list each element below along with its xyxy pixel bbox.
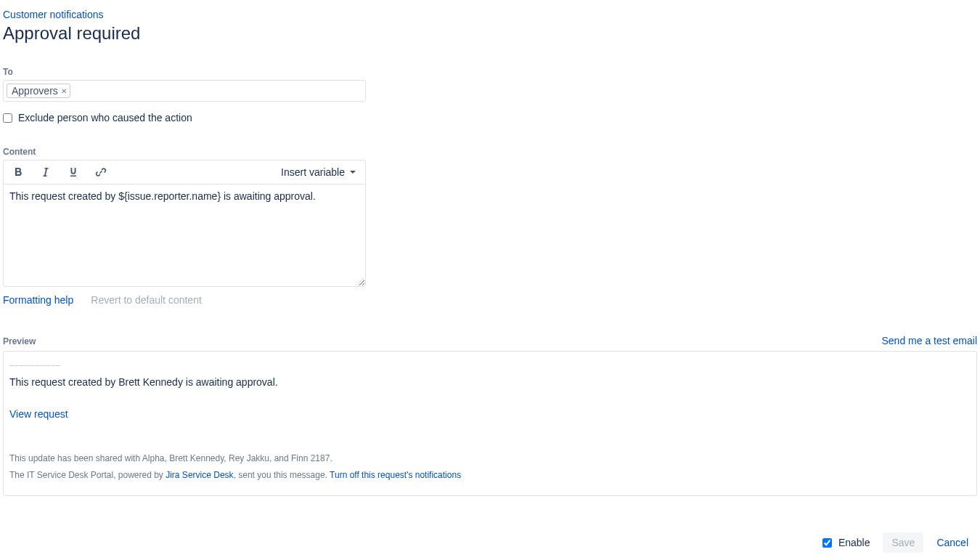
exclude-checkbox[interactable] (3, 113, 12, 123)
view-request-link[interactable]: View request (9, 408, 971, 420)
portal-suffix: , sent you this message. (234, 470, 330, 480)
jira-service-desk-link[interactable]: Jira Service Desk (166, 470, 233, 480)
remove-chip-icon[interactable]: ✕ (61, 87, 67, 95)
preview-shared-text: This update has been shared with Alpha, … (9, 450, 971, 467)
send-test-email-link[interactable]: Send me a test email (881, 335, 977, 346)
preview-divider: __________ (9, 357, 971, 366)
insert-variable-label: Insert variable (281, 166, 345, 178)
preview-box: __________ This request created by Brett… (3, 351, 977, 496)
chevron-down-icon (349, 169, 356, 176)
portal-prefix: The IT Service Desk Portal, powered by (9, 470, 166, 480)
insert-variable-dropdown[interactable]: Insert variable (281, 166, 356, 178)
preview-portal-line: The IT Service Desk Portal, powered by J… (9, 467, 971, 484)
content-label: Content (3, 147, 977, 157)
exclude-label[interactable]: Exclude person who caused the action (18, 112, 192, 123)
breadcrumb[interactable]: Customer notifications (3, 6, 977, 20)
underline-icon[interactable] (68, 166, 79, 178)
revert-link: Revert to default content (91, 294, 202, 306)
editor-body[interactable]: This request created by ${issue.reporter… (4, 184, 365, 286)
link-icon[interactable] (95, 166, 107, 178)
to-input[interactable]: Approvers ✕ (3, 80, 366, 102)
formatting-help-link[interactable]: Formatting help (3, 294, 73, 306)
turn-off-notifications-link[interactable]: Turn off this request's notifications (330, 470, 461, 480)
editor-toolbar: Insert variable (4, 161, 365, 184)
recipient-chip[interactable]: Approvers ✕ (7, 84, 70, 98)
page-title: Approval required (3, 23, 977, 44)
italic-icon[interactable] (40, 166, 52, 178)
to-label: To (3, 67, 977, 77)
preview-body-text: This request created by Brett Kennedy is… (9, 376, 971, 388)
preview-label: Preview (3, 336, 36, 346)
recipient-chip-label: Approvers (12, 85, 58, 97)
content-editor: Insert variable This request created by … (3, 160, 366, 287)
bold-icon[interactable] (12, 166, 24, 178)
